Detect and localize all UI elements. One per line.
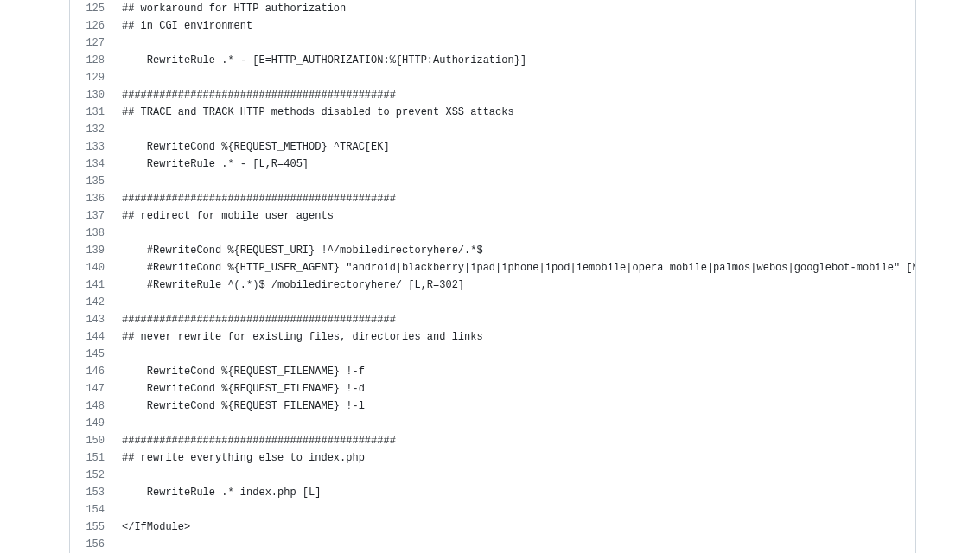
line-number[interactable]: 141: [70, 277, 113, 294]
line-content: [113, 501, 122, 519]
code-line[interactable]: 153 RewriteRule .* index.php [L]: [70, 484, 915, 501]
line-content: ## redirect for mobile user agents: [113, 207, 334, 225]
code-line[interactable]: 127: [70, 35, 915, 52]
line-content: [113, 35, 122, 52]
line-number[interactable]: 127: [70, 35, 113, 52]
line-number[interactable]: 156: [70, 536, 113, 553]
line-content: ## in CGI environment: [113, 17, 252, 35]
line-content: RewriteRule .* - [L,R=405]: [113, 156, 309, 173]
code-line[interactable]: 156: [70, 536, 915, 553]
line-content: [113, 121, 122, 138]
code-line[interactable]: 151## rewrite everything else to index.p…: [70, 449, 915, 467]
line-number[interactable]: 149: [70, 415, 113, 432]
line-content: ########################################…: [113, 86, 396, 104]
line-content: RewriteRule .* - [E=HTTP_AUTHORIZATION:%…: [113, 52, 526, 69]
line-number[interactable]: 152: [70, 467, 113, 484]
code-line[interactable]: 135: [70, 173, 915, 190]
line-content: RewriteRule .* index.php [L]: [113, 484, 321, 501]
line-content: RewriteCond %{REQUEST_FILENAME} !-f: [113, 363, 365, 380]
line-content: ########################################…: [113, 190, 396, 207]
code-line[interactable]: 130#####################################…: [70, 86, 915, 104]
line-number[interactable]: 135: [70, 173, 113, 190]
line-number[interactable]: 154: [70, 501, 113, 519]
line-content: ## workaround for HTTP authorization: [113, 0, 346, 17]
code-line[interactable]: 125## workaround for HTTP authorization: [70, 0, 915, 17]
code-line[interactable]: 147 RewriteCond %{REQUEST_FILENAME} !-d: [70, 380, 915, 398]
line-content: [113, 173, 122, 190]
code-line[interactable]: 133 RewriteCond %{REQUEST_METHOD} ^TRAC[…: [70, 138, 915, 156]
line-number[interactable]: 153: [70, 484, 113, 501]
code-line[interactable]: 136#####################################…: [70, 190, 915, 207]
line-number[interactable]: 138: [70, 225, 113, 242]
line-number[interactable]: 144: [70, 328, 113, 346]
line-content: #RewriteCond %{HTTP_USER_AGENT} "android…: [113, 259, 915, 277]
line-content: RewriteCond %{REQUEST_FILENAME} !-d: [113, 380, 365, 398]
line-content: [113, 467, 122, 484]
line-number[interactable]: 140: [70, 259, 113, 277]
code-line[interactable]: 126## in CGI environment: [70, 17, 915, 35]
code-line[interactable]: 148 RewriteCond %{REQUEST_FILENAME} !-l: [70, 398, 915, 415]
line-number[interactable]: 130: [70, 86, 113, 104]
code-line[interactable]: 155</IfModule>: [70, 519, 915, 536]
line-number[interactable]: 132: [70, 121, 113, 138]
code-line[interactable]: 129: [70, 69, 915, 86]
code-line[interactable]: 134 RewriteRule .* - [L,R=405]: [70, 156, 915, 173]
line-number[interactable]: 137: [70, 207, 113, 225]
code-line[interactable]: 154: [70, 501, 915, 519]
line-number[interactable]: 134: [70, 156, 113, 173]
line-number[interactable]: 147: [70, 380, 113, 398]
code-line[interactable]: 138: [70, 225, 915, 242]
line-number[interactable]: 151: [70, 449, 113, 467]
line-number[interactable]: 133: [70, 138, 113, 156]
line-number[interactable]: 155: [70, 519, 113, 536]
code-line[interactable]: 140 #RewriteCond %{HTTP_USER_AGENT} "and…: [70, 259, 915, 277]
line-number[interactable]: 128: [70, 52, 113, 69]
line-content: RewriteCond %{REQUEST_METHOD} ^TRAC[EK]: [113, 138, 390, 156]
code-line[interactable]: 131## TRACE and TRACK HTTP methods disab…: [70, 104, 915, 121]
line-content: [113, 536, 122, 553]
line-number[interactable]: 125: [70, 0, 113, 17]
code-line[interactable]: 132: [70, 121, 915, 138]
line-number[interactable]: 145: [70, 346, 113, 363]
line-number[interactable]: 129: [70, 69, 113, 86]
line-content: #RewriteCond %{REQUEST_URI} !^/mobiledir…: [113, 242, 483, 259]
code-line[interactable]: 149: [70, 415, 915, 432]
line-content: [113, 346, 122, 363]
line-number[interactable]: 146: [70, 363, 113, 380]
line-content: ########################################…: [113, 432, 396, 449]
line-content: ## TRACE and TRACK HTTP methods disabled…: [113, 104, 514, 121]
code-line[interactable]: 141 #RewriteRule ^(.*)$ /mobiledirectory…: [70, 277, 915, 294]
line-content: </IfModule>: [113, 519, 190, 536]
line-content: [113, 415, 122, 432]
code-line[interactable]: 144## never rewrite for existing files, …: [70, 328, 915, 346]
line-content: #RewriteRule ^(.*)$ /mobiledirectoryhere…: [113, 277, 464, 294]
code-line[interactable]: 139 #RewriteCond %{REQUEST_URI} !^/mobil…: [70, 242, 915, 259]
code-line[interactable]: 128 RewriteRule .* - [E=HTTP_AUTHORIZATI…: [70, 52, 915, 69]
code-line[interactable]: 146 RewriteCond %{REQUEST_FILENAME} !-f: [70, 363, 915, 380]
code-line[interactable]: 145: [70, 346, 915, 363]
line-number[interactable]: 126: [70, 17, 113, 35]
line-content: RewriteCond %{REQUEST_FILENAME} !-l: [113, 398, 365, 415]
line-content: ## never rewrite for existing files, dir…: [113, 328, 483, 346]
line-number[interactable]: 131: [70, 104, 113, 121]
code-line[interactable]: 150#####################################…: [70, 432, 915, 449]
code-viewer: 125## workaround for HTTP authorization1…: [69, 0, 916, 553]
line-number[interactable]: 142: [70, 294, 113, 311]
code-line[interactable]: 142: [70, 294, 915, 311]
code-line[interactable]: 137## redirect for mobile user agents: [70, 207, 915, 225]
line-content: ## rewrite everything else to index.php: [113, 449, 365, 467]
line-number[interactable]: 143: [70, 311, 113, 328]
line-content: [113, 294, 122, 311]
line-content: [113, 225, 122, 242]
line-content: [113, 69, 122, 86]
line-number[interactable]: 136: [70, 190, 113, 207]
line-number[interactable]: 150: [70, 432, 113, 449]
code-line[interactable]: 143#####################################…: [70, 311, 915, 328]
line-number[interactable]: 139: [70, 242, 113, 259]
code-line[interactable]: 152: [70, 467, 915, 484]
line-content: ########################################…: [113, 311, 396, 328]
line-number[interactable]: 148: [70, 398, 113, 415]
